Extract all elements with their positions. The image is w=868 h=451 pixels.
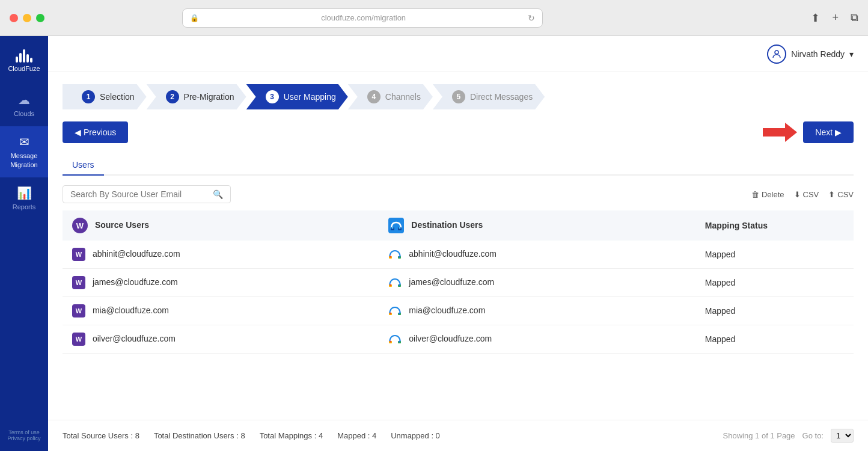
main-content: Nirvath Reddy ▾ 1 Selection 2 Pre-Migrat…	[48, 36, 868, 451]
svg-point-0	[775, 51, 778, 54]
table-header: W Source Users	[63, 210, 854, 241]
privacy-policy-link[interactable]: Privacy policy	[7, 435, 40, 441]
red-arrow-indicator	[762, 121, 798, 143]
maximize-button[interactable]	[36, 14, 44, 22]
source-user-icon: W	[72, 304, 85, 318]
sidebar-item-message-migration[interactable]: ✉ Message Migration	[0, 126, 48, 177]
svg-point-23	[399, 313, 400, 314]
dest-email-cell: oilver@cloudfuze.com	[379, 325, 695, 354]
page-select[interactable]: 1	[831, 429, 854, 443]
new-tab-icon[interactable]: +	[832, 11, 839, 25]
export-csv-label: CSV	[837, 190, 854, 199]
refresh-icon[interactable]: ↻	[528, 13, 535, 23]
table-row: W oilver@cloudfuze.com oilver@cloudfuze.…	[63, 325, 854, 354]
step-1-number: 1	[82, 90, 95, 103]
tabs-icon[interactable]: ⧉	[851, 11, 858, 25]
import-icon: ⬇	[794, 190, 801, 199]
step-2-label: Pre-Migration	[184, 92, 234, 102]
trash-icon: 🗑	[751, 190, 759, 199]
showing-label: Showing 1 of 1 Page	[723, 431, 795, 440]
svg-point-8	[399, 227, 401, 229]
step-2-number: 2	[166, 90, 179, 103]
navigation-buttons: ◀ Previous Next ▶	[63, 121, 854, 143]
clouds-icon: ☁	[18, 93, 30, 107]
table-row: W james@cloudfuze.com james@cloudfuze.co…	[63, 269, 854, 297]
source-icon: W	[72, 218, 88, 233]
svg-point-27	[390, 341, 391, 343]
import-csv-button[interactable]: ⬇ CSV	[794, 190, 819, 199]
step-5-directmessages: 5 Direct Messages	[433, 84, 545, 109]
search-input[interactable]	[70, 189, 208, 199]
source-email-cell: W mia@cloudfuze.com	[63, 297, 379, 325]
step-5-label: Direct Messages	[470, 92, 533, 102]
sidebar-item-clouds-label: Clouds	[14, 109, 34, 118]
step-4-label: Channels	[385, 92, 421, 102]
search-icon: 🔍	[213, 189, 223, 199]
sidebar-item-clouds[interactable]: ☁ Clouds	[0, 84, 48, 126]
next-button[interactable]: Next ▶	[803, 121, 854, 143]
export-icon: ⬆	[828, 190, 835, 199]
mapping-status-cell: Mapped	[695, 297, 854, 325]
lock-icon: 🔒	[190, 14, 199, 22]
destination-users-header: Destination Users	[379, 210, 695, 241]
mapping-status-cell: Mapped	[695, 269, 854, 297]
dest-user-icon	[388, 276, 402, 289]
share-icon[interactable]: ⬆	[811, 11, 820, 25]
logo-icon	[16, 48, 32, 63]
user-name: Nirvath Reddy	[791, 49, 845, 59]
sidebar-item-message-migration-label: Message Migration	[10, 152, 37, 169]
unmapped-count: Unmapped : 0	[391, 431, 440, 440]
step-2-premigration: 2 Pre-Migration	[147, 84, 246, 109]
dest-email: abhinit@cloudfuze.com	[409, 249, 497, 259]
delete-button[interactable]: 🗑 Delete	[751, 190, 784, 199]
step-4-channels: 4 Channels	[348, 84, 433, 109]
svg-point-7	[392, 227, 394, 229]
dest-email-cell: james@cloudfuze.com	[379, 269, 695, 297]
browser-chrome: 🔒 cloudfuze.com/migration ↻ ⬆ + ⧉	[0, 0, 868, 36]
terms-of-use-link[interactable]: Terms of use	[7, 429, 40, 435]
sidebar-item-reports-label: Reports	[13, 203, 36, 211]
source-email-cell: W james@cloudfuze.com	[63, 269, 379, 297]
browser-actions: ⬆ + ⧉	[811, 11, 858, 25]
table-toolbar: 🔍 🗑 Delete ⬇ CSV ⬆ CSV	[63, 185, 854, 203]
previous-button[interactable]: ◀ Previous	[63, 121, 128, 143]
svg-rect-1	[763, 129, 786, 136]
source-user-icon: W	[72, 276, 85, 289]
status-stats: Total Source Users : 8 Total Destination…	[63, 431, 440, 440]
close-button[interactable]	[10, 14, 18, 22]
next-arrow-container: Next ▶	[762, 121, 854, 143]
sidebar-item-reports[interactable]: 📊 Reports	[0, 177, 48, 219]
svg-point-22	[390, 313, 391, 314]
source-users-header: W Source Users	[63, 210, 379, 241]
source-email: oilver@cloudfuze.com	[93, 334, 176, 343]
step-3-label: User Mapping	[284, 92, 336, 102]
status-value: Mapped	[705, 306, 736, 316]
delete-label: Delete	[762, 190, 784, 199]
mapping-status-header: Mapping Status	[695, 210, 854, 241]
goto-label: Go to:	[802, 431, 824, 440]
tab-users[interactable]: Users	[63, 155, 104, 176]
sidebar-logo: CloudFuze	[0, 36, 48, 84]
minimize-button[interactable]	[23, 14, 31, 22]
step-1-label: Selection	[100, 92, 135, 102]
import-csv-label: CSV	[803, 190, 819, 199]
dest-email-cell: abhinit@cloudfuze.com	[379, 241, 695, 269]
user-chevron[interactable]: ▾	[849, 49, 854, 59]
sidebar-footer: Terms of use Privacy policy	[7, 429, 40, 441]
source-user-icon: W	[72, 248, 85, 261]
svg-point-17	[390, 284, 391, 286]
svg-point-12	[390, 256, 391, 258]
source-email: james@cloudfuze.com	[93, 277, 178, 287]
address-bar[interactable]: 🔒 cloudfuze.com/migration ↻	[182, 8, 543, 28]
step-4-number: 4	[367, 90, 381, 103]
export-csv-button[interactable]: ⬆ CSV	[828, 190, 854, 199]
total-mappings: Total Mappings : 4	[260, 431, 323, 440]
source-user-icon: W	[72, 333, 85, 346]
app-name: CloudFuze	[8, 65, 40, 72]
dest-email: james@cloudfuze.com	[409, 277, 494, 287]
dest-icon	[388, 218, 404, 233]
dest-user-icon	[388, 304, 402, 318]
user-avatar	[767, 44, 786, 64]
dest-email: mia@cloudfuze.com	[409, 305, 485, 315]
svg-point-13	[399, 256, 400, 258]
